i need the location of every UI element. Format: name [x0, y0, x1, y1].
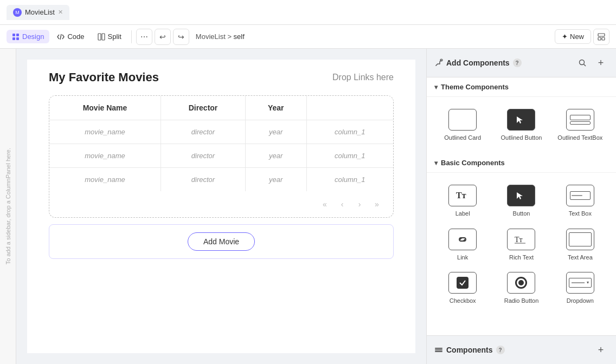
button-component-label: Button — [513, 210, 530, 217]
canvas-content: My Favorite Movies Drop Links here Movie… — [27, 60, 415, 353]
basic-components-label: Basic Components — [441, 159, 505, 167]
outlined-textbox-icon — [566, 109, 594, 131]
component-label[interactable]: Tт Label — [433, 179, 492, 223]
add-movie-button[interactable]: Add Movie — [188, 232, 255, 251]
svg-rect-18 — [435, 351, 442, 352]
svg-rect-5 — [98, 34, 101, 40]
canvas-area: My Favorite Movies Drop Links here Movie… — [16, 49, 426, 364]
svg-text:Tт: Tт — [515, 236, 523, 244]
split-icon — [98, 33, 105, 41]
component-text-area[interactable]: Text Area — [551, 223, 609, 266]
layout-icon — [598, 33, 605, 41]
cell-year: year — [245, 120, 306, 144]
redo-button[interactable]: ↪ — [173, 29, 189, 45]
basic-components-grid: Tт Label Button Text Box — [427, 173, 616, 316]
cursor-icon — [515, 114, 528, 125]
checkbox-component-label: Checkbox — [450, 297, 476, 304]
svg-line-4 — [60, 34, 61, 40]
cell-year: year — [245, 144, 306, 168]
outlined-button-label: Outlined Button — [501, 134, 542, 141]
page-first-button[interactable]: « — [317, 197, 332, 212]
table-row: movie_name director year column_1 — [49, 120, 393, 144]
left-sidebar-text: To add a sidebar, drop a ColumnPanel her… — [5, 148, 11, 264]
component-outlined-textbox[interactable]: Outlined TextBox — [551, 103, 609, 147]
component-radio-button[interactable]: Radio Button — [492, 266, 550, 310]
tab-label: MovieList — [25, 8, 55, 16]
component-outlined-card[interactable]: Outlined Card — [433, 103, 492, 147]
breadcrumb-sep: > — [227, 32, 233, 41]
cell-column1: column_1 — [306, 120, 393, 144]
code-button[interactable]: Code — [52, 30, 89, 43]
page-next-button[interactable]: › — [352, 197, 367, 212]
svg-rect-16 — [435, 348, 442, 349]
right-panel: Add Components ? + ▾ Theme Components — [426, 49, 616, 364]
cell-movie-name: movie_name — [49, 168, 161, 192]
design-label: Design — [22, 32, 44, 41]
component-checkbox[interactable]: Checkbox — [433, 266, 492, 310]
button-icon — [507, 185, 535, 206]
pagination: « ‹ › » — [49, 191, 393, 217]
components-title: Components — [446, 346, 493, 354]
cell-movie-name: movie_name — [49, 144, 161, 168]
drop-links-text: Drop Links here — [332, 73, 394, 82]
components-title-group: Components ? — [446, 346, 590, 354]
components-add-button[interactable]: + — [593, 342, 608, 358]
col-movie-name: Movie Name — [49, 96, 161, 120]
table-container: Movie Name Director Year movie_name dire… — [49, 95, 394, 218]
breadcrumb-root: MovieList — [196, 32, 226, 41]
add-components-title-group: Add Components ? — [434, 58, 572, 67]
table-header-row: Movie Name Director Year — [49, 96, 393, 120]
link-icon — [448, 229, 477, 250]
table-row: movie_name director year column_1 — [49, 144, 393, 168]
wrench-icon — [434, 58, 443, 67]
layout-toggle-button[interactable] — [593, 29, 609, 45]
chevron-down-icon: ▾ — [434, 159, 438, 167]
search-icon-btn[interactable] — [575, 55, 590, 70]
chevron-down-icon: ▾ — [434, 83, 438, 91]
theme-components-label: Theme Components — [441, 83, 509, 91]
theme-components-toggle[interactable]: ▾ Theme Components — [427, 77, 616, 97]
svg-rect-2 — [12, 37, 15, 40]
main-layout: To add a sidebar, drop a ColumnPanel her… — [0, 49, 616, 364]
tab-movielist[interactable]: M MovieList ✕ — [7, 5, 69, 20]
outlined-textbox-label: Outlined TextBox — [557, 134, 602, 141]
canvas-header: My Favorite Movies Drop Links here — [27, 60, 415, 95]
page-last-button[interactable]: » — [369, 197, 384, 212]
more-options-button[interactable]: ⋯ — [136, 29, 152, 45]
components-panel-header: Components ? + — [427, 335, 616, 364]
rich-text-component-label: Rich Text — [509, 253, 534, 261]
split-button[interactable]: Split — [92, 30, 127, 43]
checkbox-icon — [448, 272, 477, 294]
tab-close-icon[interactable]: ✕ — [58, 9, 63, 16]
svg-line-12 — [584, 64, 586, 67]
radio-button-icon — [507, 272, 535, 294]
cell-movie-name: movie_name — [49, 120, 161, 144]
label-icon: Tт — [448, 185, 477, 206]
new-button[interactable]: ✦ New — [555, 29, 591, 44]
new-label: ✦ New — [562, 32, 584, 41]
components-icon — [434, 346, 443, 354]
component-text-box[interactable]: Text Box — [551, 179, 609, 223]
breadcrumb: MovieList > self — [196, 32, 245, 41]
svg-rect-7 — [598, 34, 605, 36]
svg-rect-9 — [602, 37, 605, 40]
design-button[interactable]: Design — [7, 30, 49, 43]
component-rich-text[interactable]: Tт Rich Text — [492, 223, 550, 266]
code-icon — [57, 33, 65, 41]
add-movie-container: Add Movie — [49, 224, 394, 259]
page-prev-button[interactable]: ‹ — [335, 197, 350, 212]
add-component-plus-button[interactable]: + — [593, 55, 608, 70]
radio-button-component-label: Radio Button — [504, 297, 539, 304]
code-label: Code — [67, 32, 84, 41]
component-button[interactable]: Button — [492, 179, 550, 223]
theme-components-grid: Outlined Card Outlined Button Outlined T… — [427, 97, 616, 153]
canvas-title: My Favorite Movies — [49, 70, 159, 84]
components-help-badge[interactable]: ? — [496, 346, 505, 354]
help-badge[interactable]: ? — [513, 58, 522, 67]
basic-components-toggle[interactable]: ▾ Basic Components — [427, 153, 616, 173]
component-outlined-button[interactable]: Outlined Button — [492, 103, 550, 147]
cell-director: director — [161, 120, 245, 144]
undo-button[interactable]: ↩ — [155, 29, 171, 45]
component-dropdown[interactable]: ▾ Dropdown — [551, 266, 609, 310]
component-link[interactable]: Link — [433, 223, 492, 266]
